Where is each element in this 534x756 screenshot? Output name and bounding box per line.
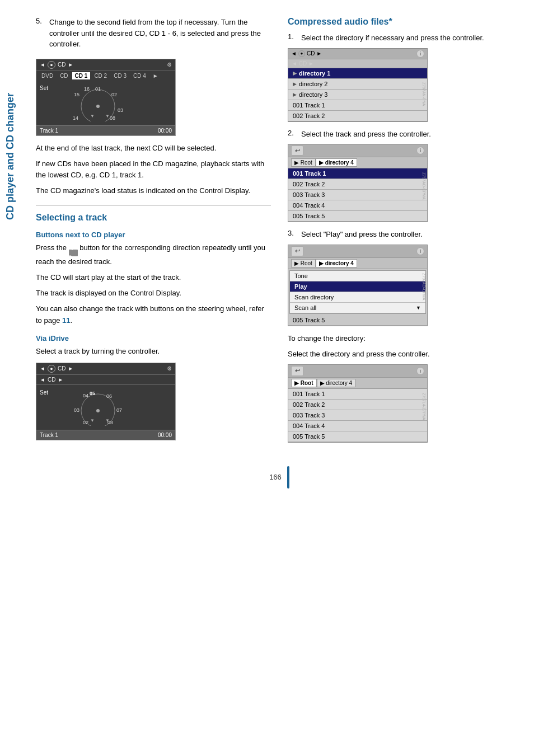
step-5-text: Change to the second field from the top … (49, 17, 271, 50)
cd-second-label: CD (48, 377, 55, 383)
buttons-period: . (70, 316, 72, 325)
svg-text:▼: ▼ (90, 114, 95, 119)
menu3-popup-item-play[interactable]: Play (290, 281, 425, 292)
cd-settings-icon-2: ⚙ (167, 365, 172, 372)
dial-area-2: Set 05 06 07 08 02 03 04 ▼ ▼ (36, 385, 175, 430)
step-2-text: Select the track and press the controlle… (301, 129, 431, 140)
menu4-item-5[interactable]: 005 Track 5 (288, 431, 427, 442)
menu4-item-3[interactable]: 003 Track 3 (288, 410, 427, 421)
menu1-item-4[interactable]: 001 Track 1 (288, 100, 427, 111)
cd-label-2: CD (58, 365, 65, 372)
cd-display-1-topbar: ◄ ● CD ► ⚙ (36, 59, 175, 71)
step-5-num: 5. (36, 17, 45, 50)
menu1-item-3[interactable]: ▶ directory 3 (288, 90, 427, 100)
svg-text:06: 06 (106, 393, 112, 399)
tab-cd4[interactable]: CD 4 (130, 72, 149, 79)
tab-cd[interactable]: CD (57, 72, 71, 79)
sidebar-label-text: CD player and CD changer (4, 93, 16, 220)
step-3-num: 3. (288, 229, 297, 240)
cd-display-2-topbar: ◄ ● CD ► ⚙ (36, 363, 175, 375)
menu2-item-3[interactable]: 003 Track 3 (288, 190, 427, 200)
buttons-para-2: The CD will start play at the start of t… (36, 272, 271, 283)
menu3-crumb-root[interactable]: ▶ Root (291, 259, 316, 267)
dial-svg-1: 01 02 03 08 08 14 15 16 ▼ ▼ (48, 85, 148, 121)
menu4-crumb-dir4[interactable]: ▶ directory 4 (317, 379, 355, 387)
menu3-info-icon: i (416, 247, 424, 255)
tab-cd1[interactable]: CD 1 (72, 72, 91, 79)
menu1-topbar: ◄ ● CD ► i (288, 49, 427, 59)
tab-more[interactable]: ► (150, 72, 161, 79)
page-footer: 166 (36, 466, 523, 489)
watermark-1: Z797AN-PNA (422, 82, 426, 106)
step-2-num: 2. (288, 129, 297, 140)
svg-point-20 (96, 409, 100, 412)
cd-nav-arrows-2: ◄ ● CD ► (40, 365, 73, 373)
svg-text:07: 07 (116, 407, 122, 413)
menu3-bottom-item[interactable]: 005 Track 5 (288, 315, 427, 326)
menu2-crumb-root[interactable]: ▶ Root (291, 158, 316, 167)
menu4-item-4[interactable]: 004 Track 4 (288, 421, 427, 431)
svg-text:04: 04 (83, 393, 88, 398)
menu1-item-5[interactable]: 002 Track 2 (288, 111, 427, 121)
menu3-popup-item-scan-all[interactable]: Scan all ▼ (290, 303, 425, 313)
watermark-3: Z797AO-CPMA (422, 273, 426, 300)
menu2-crumb-dir4[interactable]: ▶ directory 4 (316, 158, 357, 167)
set-label-1: Set (40, 85, 48, 91)
left-column: 5. Change to the second field from the t… (36, 17, 271, 449)
menu2-back-btn[interactable]: ↩ (291, 145, 303, 156)
buttons-text-1: Press the (36, 243, 67, 252)
menu2-item-5[interactable]: 005 Track 5 (288, 211, 427, 222)
menu1-nav: ◄ ● CD ► (291, 50, 322, 57)
menu4-back-btn[interactable]: ↩ (291, 366, 303, 376)
via-idrive-text: Select a track by turning the controller… (36, 346, 271, 357)
tab-cd3[interactable]: CD 3 (111, 72, 129, 79)
svg-text:05: 05 (90, 391, 95, 396)
track-time-2: 00:00 (158, 432, 172, 438)
buttons-title: Buttons next to CD player (36, 231, 271, 239)
sidebar-label: CD player and CD changer (0, 45, 20, 269)
menu1-item-2[interactable]: ▶ directory 2 (288, 79, 427, 90)
nav-prev-next-icon[interactable]: ◄ ► (69, 250, 78, 256)
tab-cd2[interactable]: CD 2 (91, 72, 110, 79)
menu3-crumb-dir4[interactable]: ▶ directory 4 (316, 259, 357, 267)
menu4-item-1[interactable]: 001 Track 1 (288, 389, 427, 400)
cd-left-arrow-1: ◄ (40, 62, 45, 68)
dial-area-1: Set 01 02 03 08 08 14 15 16 (36, 81, 175, 125)
selecting-title: Selecting a track (36, 213, 271, 223)
step-3-item: 3. Select "Play" and press the controlle… (288, 229, 523, 240)
svg-point-9 (96, 105, 100, 108)
menu4-crumb-root[interactable]: ▶ Root (291, 379, 317, 387)
menu3-back-btn[interactable]: ↩ (291, 246, 303, 256)
menu4-breadcrumb: ▶ Root ▶ directory 4 (288, 378, 427, 389)
cd-tab-bar-1: DVD CD CD 1 CD 2 CD 3 CD 4 ► (36, 71, 175, 81)
menu-screen-3: ↩ i ▶ Root ▶ directory 4 Tone Play Scan … (288, 245, 428, 326)
tab-dvd[interactable]: DVD (39, 72, 56, 79)
menu1-arrow-1: ▶ (293, 71, 297, 76)
menu3-popup-item-scan-dir[interactable]: Scan directory (290, 292, 425, 303)
svg-text:01: 01 (95, 86, 101, 92)
page-ref-link[interactable]: 11 (62, 316, 70, 325)
svg-text:03: 03 (118, 107, 123, 113)
cd-label-1: CD (58, 62, 65, 68)
watermark-2: Z797AO-CPMA (422, 172, 426, 200)
menu4-item-2[interactable]: 002 Track 2 (288, 400, 427, 410)
svg-text:02: 02 (111, 92, 117, 97)
menu1-item-1[interactable]: ▶ directory 1 (288, 68, 427, 79)
page-number: 166 (269, 473, 282, 481)
svg-text:▼: ▼ (105, 418, 110, 423)
menu3-topbar: ↩ i (288, 245, 427, 258)
menu3-popup-item-tone[interactable]: Tone (290, 271, 425, 281)
menu2-item-1[interactable]: 001 Track 1 (288, 168, 427, 179)
menu1-secondbar: ◄ CD ► (288, 59, 427, 68)
menu2-item-4[interactable]: 004 Track 4 (288, 200, 427, 211)
cd-left-arrow-2: ◄ (40, 365, 45, 372)
cd-second-right: ► (58, 377, 63, 383)
menu4-topbar: ↩ i (288, 365, 427, 378)
track-label-2: Track 1 (40, 432, 58, 438)
step-2-item: 2. Select the track and press the contro… (288, 129, 523, 140)
cd-track-bar-2: Track 1 00:00 (36, 430, 175, 440)
menu2-item-2[interactable]: 002 Track 2 (288, 179, 427, 190)
track-time-1: 00:00 (158, 128, 172, 134)
svg-text:14: 14 (73, 115, 78, 121)
menu3-popup: Tone Play Scan directory Scan all ▼ (289, 270, 426, 314)
